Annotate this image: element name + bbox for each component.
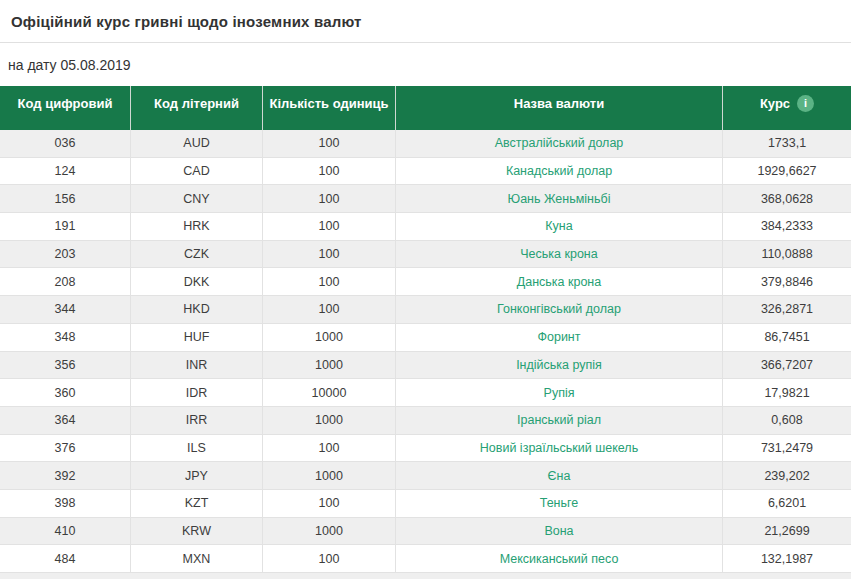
cell-rate: 1929,6627 [723,158,851,185]
cell-units: 1000 [263,407,396,434]
cell-rate: 6,6201 [723,490,851,517]
cell-currency-name[interactable]: Іранський ріал [396,407,723,434]
cell-rate: 731,2479 [723,435,851,462]
cell-letter-code: INR [131,352,263,379]
rate-header-label: Курс [760,96,790,111]
cell-currency-name[interactable]: Теньге [396,490,723,517]
cell-units: 100 [263,130,396,157]
cell-units: 100 [263,296,396,323]
cell-currency-name[interactable]: Індійська рупія [396,352,723,379]
cell-units: 1000 [263,324,396,351]
cell-numeric-code: 344 [0,296,131,323]
cell-letter-code: HRK [131,213,263,240]
cell-currency-name[interactable]: Мексиканський песо [396,545,723,572]
cell-numeric-code: 410 [0,518,131,545]
cell-letter-code: JPY [131,462,263,489]
cell-units: 100 [263,490,396,517]
column-header-units: Кількість одиниць [263,86,396,130]
cell-letter-code: CNY [131,185,263,212]
cell-numeric-code: 360 [0,379,131,406]
cell-currency-name[interactable]: Вона [396,518,723,545]
cell-currency-name[interactable]: Рупія [396,379,723,406]
page-header: Офіційний курс гривні щодо іноземних вал… [0,0,851,43]
cell-rate: 86,7451 [723,324,851,351]
rates-table: Код цифровий Код літерний Кількість один… [0,86,851,579]
cell-currency-name[interactable]: Єна [396,462,723,489]
cell-units: 100 [263,435,396,462]
partial-next-row [0,573,851,579]
cell-units: 10000 [263,379,396,406]
cell-letter-code: CAD [131,158,263,185]
cell-units: 100 [263,185,396,212]
table-row: 036 AUD 100 Австралійський долар 1733,1 [0,130,851,158]
column-header-letter-code: Код літерний [131,86,263,130]
cell-units: 100 [263,268,396,295]
cell-currency-name[interactable]: Данська крона [396,268,723,295]
table-row: 203 CZK 100 Чеська крона 110,0888 [0,241,851,269]
cell-numeric-code: 392 [0,462,131,489]
cell-currency-name[interactable]: Чеська крона [396,241,723,268]
cell-currency-name[interactable]: Канадський долар [396,158,723,185]
cell-units: 100 [263,213,396,240]
cell-currency-name[interactable]: Куна [396,213,723,240]
cell-units: 1000 [263,518,396,545]
table-row: 392 JPY 1000 Єна 239,202 [0,462,851,490]
cell-units: 1000 [263,352,396,379]
cell-currency-name[interactable]: Новий ізраїльський шекель [396,435,723,462]
cell-numeric-code: 398 [0,490,131,517]
exchange-rates-page: Офіційний курс гривні щодо іноземних вал… [0,0,851,579]
cell-rate: 368,0628 [723,185,851,212]
cell-numeric-code: 356 [0,352,131,379]
cell-rate: 110,0888 [723,241,851,268]
cell-numeric-code: 124 [0,158,131,185]
table-row: 156 CNY 100 Юань Женьміньбі 368,0628 [0,185,851,213]
cell-letter-code: AUD [131,130,263,157]
info-icon[interactable]: i [797,95,814,112]
page-title: Офіційний курс гривні щодо іноземних вал… [11,13,362,30]
cell-letter-code: DKK [131,268,263,295]
column-header-numeric-code: Код цифровий [0,86,131,130]
cell-letter-code: MXN [131,545,263,572]
table-row: 410 KRW 1000 Вона 21,2699 [0,518,851,546]
cell-numeric-code: 348 [0,324,131,351]
table-row: 356 INR 1000 Індійська рупія 366,7207 [0,352,851,380]
cell-rate: 379,8846 [723,268,851,295]
table-row: 360 IDR 10000 Рупія 17,9821 [0,379,851,407]
cell-currency-name[interactable]: Форинт [396,324,723,351]
table-row: 398 KZT 100 Теньге 6,6201 [0,490,851,518]
cell-currency-name[interactable]: Гонконгівський долар [396,296,723,323]
cell-units: 100 [263,241,396,268]
cell-currency-name[interactable]: Юань Женьміньбі [396,185,723,212]
cell-numeric-code: 484 [0,545,131,572]
cell-numeric-code: 208 [0,268,131,295]
column-header-currency-name: Назва валюти [396,86,723,130]
cell-letter-code: ILS [131,435,263,462]
table-row: 208 DKK 100 Данська крона 379,8846 [0,268,851,296]
cell-rate: 239,202 [723,462,851,489]
cell-rate: 326,2871 [723,296,851,323]
table-row: 191 HRK 100 Куна 384,2333 [0,213,851,241]
cell-numeric-code: 376 [0,435,131,462]
table-row: 484 MXN 100 Мексиканський песо 132,1987 [0,545,851,573]
cell-units: 100 [263,158,396,185]
cell-currency-name[interactable]: Австралійський долар [396,130,723,157]
cell-numeric-code: 036 [0,130,131,157]
date-label: на дату 05.08.2019 [8,57,131,73]
cell-letter-code: KRW [131,518,263,545]
cell-numeric-code: 364 [0,407,131,434]
cell-letter-code: IRR [131,407,263,434]
column-header-rate: Курс i [723,86,851,130]
cell-rate: 0,608 [723,407,851,434]
cell-rate: 366,7207 [723,352,851,379]
cell-numeric-code: 191 [0,213,131,240]
table-header-row: Код цифровий Код літерний Кількість один… [0,86,851,130]
cell-letter-code: HKD [131,296,263,323]
cell-numeric-code: 203 [0,241,131,268]
table-row: 364 IRR 1000 Іранський ріал 0,608 [0,407,851,435]
cell-letter-code: IDR [131,379,263,406]
cell-rate: 132,1987 [723,545,851,572]
table-row: 376 ILS 100 Новий ізраїльський шекель 73… [0,435,851,463]
table-body: 036 AUD 100 Австралійський долар 1733,1 … [0,130,851,573]
table-row: 344 HKD 100 Гонконгівський долар 326,287… [0,296,851,324]
cell-rate: 17,9821 [723,379,851,406]
